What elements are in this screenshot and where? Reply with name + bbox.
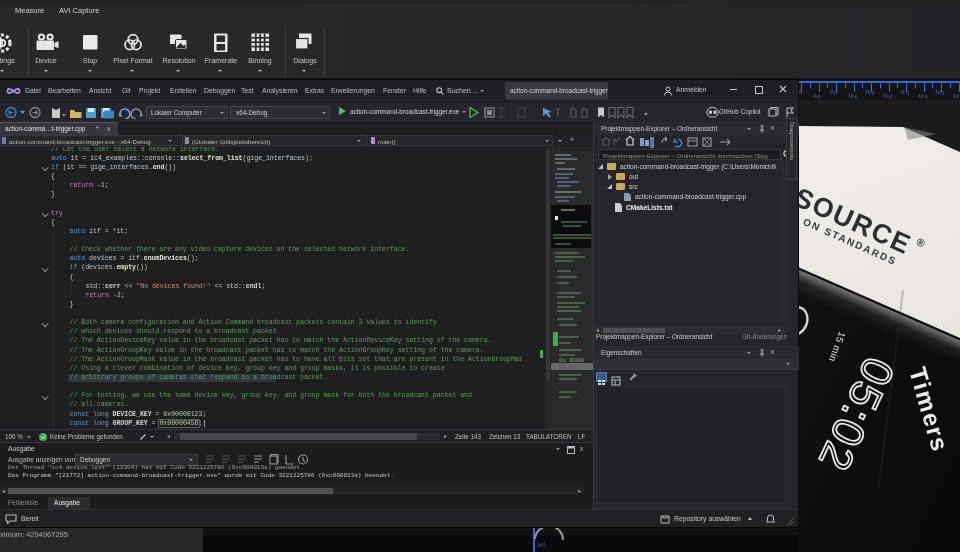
svg-text:0x 0000: 0x 0000 [559,357,585,364]
svg-text:05:02: 05:02 [809,350,904,480]
svg-text:Timers: Timers [904,364,954,455]
